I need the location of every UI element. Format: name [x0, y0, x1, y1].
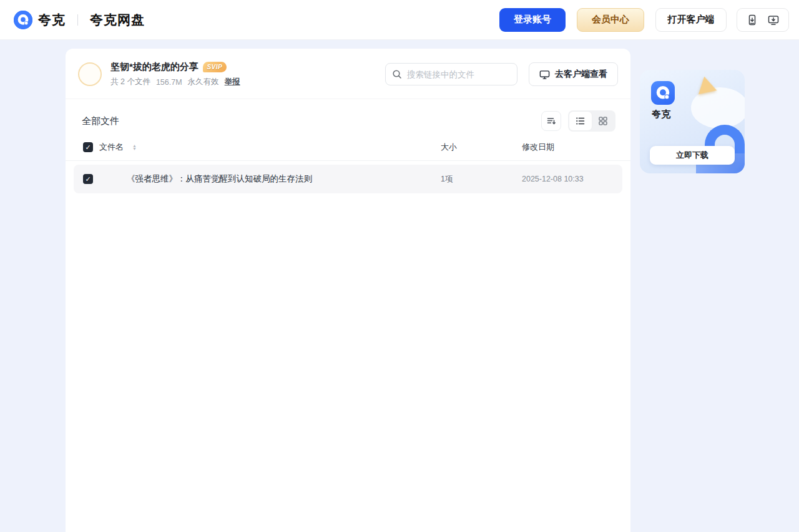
app-download-promo-card[interactable]: 夸克 立即下载 [640, 70, 745, 173]
search-box[interactable] [385, 63, 517, 85]
share-total-size: 156.7M [156, 78, 182, 87]
logo-text: 夸克 [38, 11, 66, 29]
share-file-count: 共 2 个文件 [110, 77, 150, 87]
list-view-button[interactable] [569, 112, 592, 130]
view-mode-toggle [568, 110, 615, 132]
column-size-label: 大小 [441, 142, 522, 153]
share-validity: 永久有效 [188, 77, 219, 87]
select-all-checkbox[interactable]: ✓ [83, 142, 93, 152]
monitor-icon [539, 69, 550, 80]
files-section-header: 全部文件 [66, 99, 630, 139]
column-name-label[interactable]: 文件名 [99, 142, 124, 153]
share-title: 坚韧*拔的老虎的分享 [110, 61, 199, 73]
name-sort-arrows[interactable]: ▲▼ [132, 144, 137, 150]
quark-app-icon [651, 81, 675, 105]
section-title: 全部文件 [82, 115, 119, 127]
svip-badge: SVIP [203, 62, 227, 72]
logo-divider [77, 14, 78, 26]
quark-logo[interactable]: 夸克 夸克网盘 [14, 11, 145, 29]
row-checkbox[interactable]: ✓ [83, 174, 93, 184]
file-size: 1项 [441, 174, 522, 185]
file-row[interactable]: ✓ 《强者思维》：从痛苦觉醒到认知破局的生存法则 1项 2025-12-08 1… [74, 165, 622, 193]
search-icon [392, 69, 402, 79]
mobile-download-icon[interactable] [747, 14, 758, 26]
file-name[interactable]: 《强者思维》：从痛苦觉醒到认知破局的生存法则 [127, 173, 312, 185]
column-date-label: 修改日期 [522, 142, 615, 153]
file-table-header: ✓ 文件名 ▲▼ 大小 修改日期 [66, 139, 630, 161]
download-now-button[interactable]: 立即下载 [650, 146, 735, 165]
product-name: 夸克网盘 [90, 11, 145, 29]
search-input[interactable] [407, 70, 501, 79]
share-content-card: 坚韧*拔的老虎的分享 SVIP 共 2 个文件 156.7M 永久有效 举报 [66, 49, 630, 532]
vip-center-button[interactable]: 会员中心 [577, 8, 644, 32]
login-button[interactable]: 登录账号 [499, 8, 566, 32]
promo-app-name: 夸克 [652, 109, 670, 120]
grid-view-button[interactable] [592, 112, 614, 130]
quark-logo-icon [14, 11, 32, 29]
sharer-avatar [78, 62, 102, 86]
download-icons-group [737, 8, 789, 32]
top-header: 夸克 夸克网盘 登录账号 会员中心 打开客户端 [0, 0, 799, 40]
sort-order-button[interactable] [541, 111, 561, 131]
folder-icon-slot [93, 170, 127, 188]
view-in-client-label: 去客户端查看 [555, 69, 607, 80]
open-client-button[interactable]: 打开客户端 [655, 8, 727, 32]
desktop-download-icon[interactable] [768, 14, 779, 26]
view-in-client-button[interactable]: 去客户端查看 [529, 62, 618, 86]
share-header: 坚韧*拔的老虎的分享 SVIP 共 2 个文件 156.7M 永久有效 举报 [66, 49, 630, 99]
report-link[interactable]: 举报 [225, 77, 240, 87]
file-date: 2025-12-08 10:33 [522, 175, 615, 183]
